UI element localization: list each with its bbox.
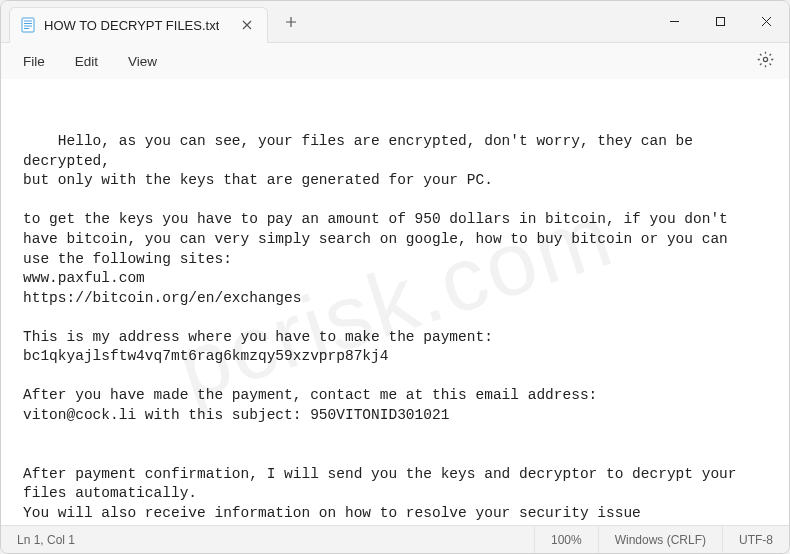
- menu-edit[interactable]: Edit: [61, 50, 112, 73]
- minimize-button[interactable]: [651, 1, 697, 43]
- status-eol[interactable]: Windows (CRLF): [599, 526, 723, 553]
- maximize-button[interactable]: [697, 1, 743, 43]
- status-zoom[interactable]: 100%: [535, 526, 599, 553]
- titlebar: HOW TO DECRYPT FILES.txt: [1, 1, 789, 43]
- svg-rect-0: [22, 18, 34, 32]
- window-controls: [651, 1, 789, 43]
- document-text: Hello, as you can see, your files are en…: [23, 133, 737, 525]
- gear-icon: [757, 51, 774, 72]
- svg-rect-5: [716, 18, 724, 26]
- notepad-icon: [20, 17, 36, 33]
- menu-view[interactable]: View: [114, 50, 171, 73]
- notepad-window: HOW TO DECRYPT FILES.txt File Edit View: [0, 0, 790, 554]
- menubar: File Edit View: [1, 43, 789, 79]
- svg-point-6: [763, 57, 767, 61]
- tab-title: HOW TO DECRYPT FILES.txt: [44, 18, 219, 33]
- status-position[interactable]: Ln 1, Col 1: [1, 526, 535, 553]
- close-window-button[interactable]: [743, 1, 789, 43]
- close-tab-button[interactable]: [237, 15, 257, 35]
- new-tab-button[interactable]: [276, 7, 306, 37]
- settings-button[interactable]: [749, 45, 781, 77]
- text-editor-area[interactable]: pcrisk.com Hello, as you can see, your f…: [1, 79, 789, 525]
- status-encoding[interactable]: UTF-8: [723, 526, 789, 553]
- file-tab[interactable]: HOW TO DECRYPT FILES.txt: [9, 7, 268, 43]
- menu-file[interactable]: File: [9, 50, 59, 73]
- statusbar: Ln 1, Col 1 100% Windows (CRLF) UTF-8: [1, 525, 789, 553]
